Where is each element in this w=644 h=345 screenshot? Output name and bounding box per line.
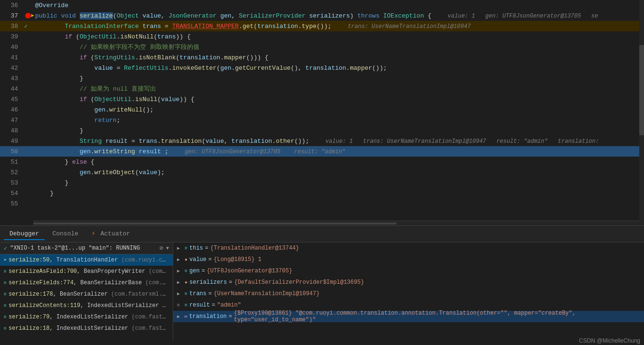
code-line-36: 36 @Override xyxy=(0,0,644,10)
stack-frame-icon-4: ≡ xyxy=(4,303,7,308)
line-number-49: 49 xyxy=(0,138,24,145)
var-equals-serializers: = xyxy=(229,279,232,286)
line-number-47: 47 xyxy=(0,117,24,124)
stack-frame-serializecontents[interactable]: ≡ serializeContents:119, IndexedListSeri… xyxy=(0,300,173,311)
var-value-result: "admin" xyxy=(217,302,241,308)
expand-arrow-value[interactable]: ▶ xyxy=(177,257,183,262)
expand-arrow-translation[interactable]: ▶ xyxy=(177,314,182,319)
tab-console[interactable]: Console xyxy=(47,228,84,240)
code-line-47: 47 return; xyxy=(0,115,644,125)
stack-header: ✓ "XNIO-1 task-2"@1...up "main": RUNNING… xyxy=(0,242,173,254)
var-equals-value: = xyxy=(208,256,212,263)
expand-arrow-trans[interactable]: ▶ xyxy=(177,291,183,297)
var-value-this: {TranslationHandler@13744} xyxy=(210,245,299,252)
code-content-36: @Override xyxy=(33,2,644,9)
code-line-51: 51 } else { xyxy=(0,157,644,167)
var-item-trans[interactable]: ▶ ≡ trans = {UserNameTranslationImpl@109… xyxy=(173,288,644,299)
line-number-54: 54 xyxy=(0,190,24,197)
code-line-37: 37 ➤ public void serialize(Object value,… xyxy=(0,10,644,21)
stack-frame-serializefields[interactable]: ≡ serializeFields:774, BeanSerializerBas… xyxy=(0,277,173,289)
dropdown-arrow-icon[interactable]: ▼ xyxy=(166,246,169,251)
line-number-42: 42 xyxy=(0,65,24,72)
var-item-result[interactable]: ≡ ≡ result = "admin" xyxy=(173,299,644,311)
stack-thread-name: "XNIO-1 task-2"@1...up "main": RUNNING xyxy=(10,245,157,252)
expand-arrow-this[interactable]: ▶ xyxy=(177,245,183,251)
panel-tabs: Debugger Console ⚡ Actuator xyxy=(0,226,644,242)
var-value-serializers: {DefaultSerializerProvider$Impl@13695} xyxy=(234,279,364,286)
var-icon-translation: ∞ xyxy=(184,314,187,319)
expand-arrow-gen[interactable]: ▶ xyxy=(177,268,183,274)
var-equals-translation: = xyxy=(229,313,232,320)
var-value-trans: {UserNameTranslationImpl@10947} xyxy=(214,290,319,297)
vertical-scrollbar-thumb xyxy=(639,45,644,135)
line-number-50: 50 xyxy=(0,148,24,155)
stack-frame-icon-2: ≡ xyxy=(4,280,7,286)
tab-debugger-label: Debugger xyxy=(9,230,39,237)
code-content-46: gen.writeNull(); xyxy=(33,106,644,113)
tab-actuator[interactable]: ⚡ Actuator xyxy=(86,228,136,240)
line-number-51: 51 xyxy=(0,159,24,166)
vars-panel: ▶ ≡ this = {TranslationHandler@13744} ▶ … xyxy=(173,242,644,340)
stack-frame-icon-5: ≡ xyxy=(4,315,7,320)
var-item-value[interactable]: ▶ ● value = {Long@18915} 1 xyxy=(173,254,644,265)
stack-frame-text-4: serializeContents:119, IndexedListSerial… xyxy=(9,302,169,309)
code-content-38: TranslationInterface trans = TRANSLATION… xyxy=(33,23,644,30)
var-item-gen[interactable]: ▶ ≡ gen = {UTF8JsonGenerator@13705} xyxy=(173,265,644,277)
stack-panel: ✓ "XNIO-1 task-2"@1...up "main": RUNNING… xyxy=(0,242,173,340)
code-line-43: 43 } xyxy=(0,73,644,84)
code-line-53: 53 } xyxy=(0,177,644,188)
stack-frame-serialize178[interactable]: ≡ serialize:178, BeanSerializer (com.fas… xyxy=(0,289,173,300)
var-icon-value: ● xyxy=(185,257,187,262)
code-line-55: 55 xyxy=(0,198,644,209)
var-icon-gen: ≡ xyxy=(185,269,187,274)
horizontal-scrollbar[interactable] xyxy=(33,221,639,225)
var-name-this: this xyxy=(189,245,203,252)
line-number-52: 52 xyxy=(0,169,24,176)
stack-check-icon: ✓ xyxy=(4,245,7,252)
line-number-43: 43 xyxy=(0,75,24,82)
actuator-icon: ⚡ xyxy=(92,230,95,237)
code-content-52: gen.writeObject(value); xyxy=(33,169,644,176)
code-line-54: 54 } xyxy=(0,188,644,198)
expand-arrow-result[interactable]: ≡ xyxy=(177,303,183,308)
code-line-45: 45 if (ObjectUtil.isNull(value)) { xyxy=(0,94,644,104)
code-content-45: if (ObjectUtil.isNull(value)) { xyxy=(33,96,644,103)
code-line-41: 41 if (StringUtils.isNotBlank(translatio… xyxy=(0,52,644,63)
vertical-scrollbar[interactable] xyxy=(639,0,644,225)
line-number-41: 41 xyxy=(0,54,24,61)
code-line-48: 48 } xyxy=(0,125,644,136)
expand-arrow-serializers[interactable]: ▶ xyxy=(177,280,183,285)
stack-frame-serialize18[interactable]: ≡ serialize:18, IndexedListSerializer (c… xyxy=(0,323,173,334)
stack-frame-text-1: serializeAsField:700, BeanPropertyWriter… xyxy=(9,268,169,275)
code-content-50: gen.writeString result ; gen: UTF8JsonGe… xyxy=(33,148,644,155)
filter-icon[interactable]: ⊘ xyxy=(159,244,163,252)
var-item-serializers[interactable]: ▶ ● serializers = {DefaultSerializerProv… xyxy=(173,277,644,288)
code-content-44: // 如果为 null 直接写出 xyxy=(33,84,644,93)
stack-frame-text-2: serializeFields:774, BeanSerializerBase … xyxy=(9,280,169,286)
var-equals-result: = xyxy=(212,302,215,308)
line-number-36: 36 xyxy=(0,2,24,9)
var-value-value: {Long@18915} 1 xyxy=(214,256,261,263)
line-number-37: 37 xyxy=(0,12,24,19)
line-number-39: 39 xyxy=(0,33,24,40)
var-icon-serializers: ● xyxy=(185,280,187,285)
line-number-44: 44 xyxy=(0,85,24,93)
var-icon-this: ≡ xyxy=(185,246,187,251)
stack-frame-serializeasfield[interactable]: ≡ serializeAsField:700, BeanPropertyWrit… xyxy=(0,266,173,277)
line-number-38: 38 xyxy=(0,23,24,30)
stack-frame-text-3: serialize:178, BeanSerializer (com.faste… xyxy=(9,291,169,298)
var-equals-this: = xyxy=(205,245,208,252)
var-item-this[interactable]: ▶ ≡ this = {TranslationHandler@13744} xyxy=(173,242,644,254)
code-content-49: String result = trans.translation(value,… xyxy=(33,138,644,145)
stack-frame-text-5: serialize:79, IndexedListSerializer (com… xyxy=(9,314,169,320)
code-content-42: value = ReflectUtils.invokeGetter(gen.ge… xyxy=(33,65,644,72)
stack-frame-serialize79[interactable]: ≡ serialize:79, IndexedListSerializer (c… xyxy=(0,311,173,323)
var-name-value: value xyxy=(189,256,206,263)
code-line-46: 46 gen.writeNull(); xyxy=(0,104,644,115)
var-value-translation: {$Proxy190@13861} "@com.ruoyi.common.tra… xyxy=(234,310,640,323)
line-number-45: 45 xyxy=(0,96,24,103)
var-item-translation[interactable]: ▶ ∞ translation = {$Proxy190@13861} "@co… xyxy=(173,311,644,322)
tab-debugger[interactable]: Debugger xyxy=(4,228,45,240)
var-name-trans: trans xyxy=(189,290,206,297)
stack-frame-serialize50[interactable]: ➤ serialize:50, TranslationHandler (com.… xyxy=(0,254,173,266)
